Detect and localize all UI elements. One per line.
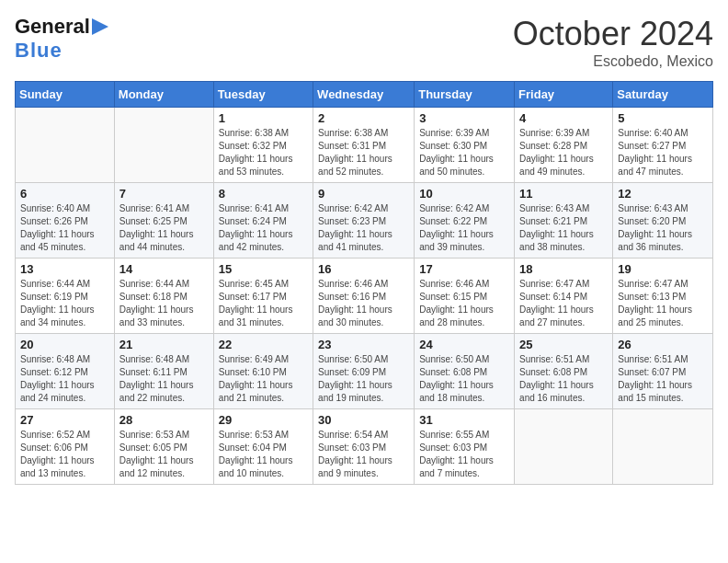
day-number: 23 bbox=[318, 338, 409, 351]
day-info: Sunrise: 6:46 AM Sunset: 6:15 PM Dayligh… bbox=[419, 278, 509, 329]
calendar-cell: 7Sunrise: 6:41 AM Sunset: 6:25 PM Daylig… bbox=[114, 183, 213, 259]
calendar-cell: 20Sunrise: 6:48 AM Sunset: 6:12 PM Dayli… bbox=[16, 334, 115, 409]
col-header-sunday: Sunday bbox=[16, 82, 115, 108]
day-number: 12 bbox=[618, 187, 708, 201]
col-header-saturday: Saturday bbox=[613, 82, 713, 108]
day-info: Sunrise: 6:46 AM Sunset: 6:16 PM Dayligh… bbox=[318, 278, 409, 329]
calendar-cell: 1Sunrise: 6:38 AM Sunset: 6:32 PM Daylig… bbox=[213, 108, 313, 183]
day-info: Sunrise: 6:47 AM Sunset: 6:13 PM Dayligh… bbox=[618, 278, 708, 329]
calendar-cell: 10Sunrise: 6:42 AM Sunset: 6:22 PM Dayli… bbox=[415, 183, 515, 259]
day-number: 29 bbox=[219, 413, 308, 427]
calendar-cell: 13Sunrise: 6:44 AM Sunset: 6:19 PM Dayli… bbox=[16, 259, 115, 334]
svg-marker-0 bbox=[92, 18, 108, 35]
day-info: Sunrise: 6:53 AM Sunset: 6:04 PM Dayligh… bbox=[219, 429, 308, 480]
day-info: Sunrise: 6:41 AM Sunset: 6:25 PM Dayligh… bbox=[119, 202, 209, 254]
calendar-cell: 15Sunrise: 6:45 AM Sunset: 6:17 PM Dayli… bbox=[213, 259, 313, 334]
calendar-cell: 30Sunrise: 6:54 AM Sunset: 6:03 PM Dayli… bbox=[313, 409, 415, 485]
day-number: 5 bbox=[618, 111, 708, 125]
day-info: Sunrise: 6:53 AM Sunset: 6:05 PM Dayligh… bbox=[119, 429, 209, 480]
logo-general: General bbox=[15, 15, 90, 39]
calendar-cell: 14Sunrise: 6:44 AM Sunset: 6:18 PM Dayli… bbox=[114, 259, 213, 334]
calendar-cell: 9Sunrise: 6:42 AM Sunset: 6:23 PM Daylig… bbox=[313, 183, 415, 259]
day-number: 18 bbox=[519, 262, 608, 276]
day-info: Sunrise: 6:38 AM Sunset: 6:31 PM Dayligh… bbox=[318, 127, 409, 178]
calendar-cell: 24Sunrise: 6:50 AM Sunset: 6:08 PM Dayli… bbox=[415, 334, 515, 409]
day-number: 26 bbox=[618, 338, 708, 351]
calendar-cell: 22Sunrise: 6:49 AM Sunset: 6:10 PM Dayli… bbox=[213, 334, 313, 409]
calendar-cell: 16Sunrise: 6:46 AM Sunset: 6:16 PM Dayli… bbox=[313, 259, 415, 334]
calendar-header-row: SundayMondayTuesdayWednesdayThursdayFrid… bbox=[16, 82, 713, 108]
calendar-cell: 6Sunrise: 6:40 AM Sunset: 6:26 PM Daylig… bbox=[16, 183, 115, 259]
day-number: 3 bbox=[419, 111, 509, 125]
calendar-cell bbox=[114, 108, 213, 183]
day-info: Sunrise: 6:40 AM Sunset: 6:26 PM Dayligh… bbox=[20, 202, 109, 254]
col-header-monday: Monday bbox=[114, 82, 213, 108]
day-number: 9 bbox=[318, 187, 409, 201]
calendar-week-2: 6Sunrise: 6:40 AM Sunset: 6:26 PM Daylig… bbox=[16, 183, 713, 259]
day-info: Sunrise: 6:45 AM Sunset: 6:17 PM Dayligh… bbox=[219, 278, 308, 329]
calendar-body: 1Sunrise: 6:38 AM Sunset: 6:32 PM Daylig… bbox=[16, 108, 713, 485]
day-number: 20 bbox=[20, 338, 109, 351]
day-info: Sunrise: 6:51 AM Sunset: 6:08 PM Dayligh… bbox=[519, 353, 608, 405]
calendar-cell: 8Sunrise: 6:41 AM Sunset: 6:24 PM Daylig… bbox=[213, 183, 313, 259]
calendar-cell: 5Sunrise: 6:40 AM Sunset: 6:27 PM Daylig… bbox=[613, 108, 713, 183]
day-number: 1 bbox=[219, 111, 308, 125]
day-number: 17 bbox=[419, 262, 509, 276]
calendar-cell: 18Sunrise: 6:47 AM Sunset: 6:14 PM Dayli… bbox=[515, 259, 613, 334]
day-number: 2 bbox=[318, 111, 409, 125]
day-info: Sunrise: 6:39 AM Sunset: 6:28 PM Dayligh… bbox=[519, 127, 608, 178]
day-number: 15 bbox=[219, 262, 308, 276]
calendar-cell: 4Sunrise: 6:39 AM Sunset: 6:28 PM Daylig… bbox=[515, 108, 613, 183]
calendar-week-4: 20Sunrise: 6:48 AM Sunset: 6:12 PM Dayli… bbox=[16, 334, 713, 409]
calendar-week-1: 1Sunrise: 6:38 AM Sunset: 6:32 PM Daylig… bbox=[16, 108, 713, 183]
calendar-cell: 21Sunrise: 6:48 AM Sunset: 6:11 PM Dayli… bbox=[114, 334, 213, 409]
day-info: Sunrise: 6:50 AM Sunset: 6:08 PM Dayligh… bbox=[419, 353, 509, 405]
day-info: Sunrise: 6:44 AM Sunset: 6:18 PM Dayligh… bbox=[119, 278, 209, 329]
day-info: Sunrise: 6:43 AM Sunset: 6:20 PM Dayligh… bbox=[618, 202, 708, 254]
location: Escobedo, Mexico bbox=[513, 53, 713, 70]
calendar-cell: 29Sunrise: 6:53 AM Sunset: 6:04 PM Dayli… bbox=[213, 409, 313, 485]
day-number: 27 bbox=[20, 413, 109, 427]
day-number: 25 bbox=[519, 338, 608, 351]
col-header-wednesday: Wednesday bbox=[313, 82, 415, 108]
day-info: Sunrise: 6:49 AM Sunset: 6:10 PM Dayligh… bbox=[219, 353, 308, 405]
calendar-cell: 2Sunrise: 6:38 AM Sunset: 6:31 PM Daylig… bbox=[313, 108, 415, 183]
day-number: 14 bbox=[119, 262, 209, 276]
day-info: Sunrise: 6:43 AM Sunset: 6:21 PM Dayligh… bbox=[519, 202, 608, 254]
calendar-cell: 3Sunrise: 6:39 AM Sunset: 6:30 PM Daylig… bbox=[415, 108, 515, 183]
page-header: General Blue October 2024 Escobedo, Mexi… bbox=[15, 15, 713, 70]
day-info: Sunrise: 6:54 AM Sunset: 6:03 PM Dayligh… bbox=[318, 429, 409, 480]
day-info: Sunrise: 6:41 AM Sunset: 6:24 PM Dayligh… bbox=[219, 202, 308, 254]
day-number: 8 bbox=[219, 187, 308, 201]
calendar-cell: 19Sunrise: 6:47 AM Sunset: 6:13 PM Dayli… bbox=[613, 259, 713, 334]
logo: General Blue bbox=[15, 15, 110, 63]
day-info: Sunrise: 6:39 AM Sunset: 6:30 PM Dayligh… bbox=[419, 127, 509, 178]
day-number: 16 bbox=[318, 262, 409, 276]
calendar-cell: 27Sunrise: 6:52 AM Sunset: 6:06 PM Dayli… bbox=[16, 409, 115, 485]
calendar-cell bbox=[613, 409, 713, 485]
day-number: 11 bbox=[519, 187, 608, 201]
title-area: October 2024 Escobedo, Mexico bbox=[513, 15, 713, 70]
logo-arrow-icon bbox=[92, 17, 110, 37]
day-info: Sunrise: 6:52 AM Sunset: 6:06 PM Dayligh… bbox=[20, 429, 109, 480]
day-info: Sunrise: 6:48 AM Sunset: 6:11 PM Dayligh… bbox=[119, 353, 209, 405]
day-number: 10 bbox=[419, 187, 509, 201]
day-info: Sunrise: 6:42 AM Sunset: 6:23 PM Dayligh… bbox=[318, 202, 409, 254]
calendar-week-3: 13Sunrise: 6:44 AM Sunset: 6:19 PM Dayli… bbox=[16, 259, 713, 334]
day-number: 31 bbox=[419, 413, 509, 427]
calendar-table: SundayMondayTuesdayWednesdayThursdayFrid… bbox=[15, 81, 713, 485]
calendar-cell: 31Sunrise: 6:55 AM Sunset: 6:03 PM Dayli… bbox=[415, 409, 515, 485]
day-info: Sunrise: 6:40 AM Sunset: 6:27 PM Dayligh… bbox=[618, 127, 708, 178]
col-header-tuesday: Tuesday bbox=[213, 82, 313, 108]
calendar-cell: 23Sunrise: 6:50 AM Sunset: 6:09 PM Dayli… bbox=[313, 334, 415, 409]
calendar-cell: 17Sunrise: 6:46 AM Sunset: 6:15 PM Dayli… bbox=[415, 259, 515, 334]
day-info: Sunrise: 6:51 AM Sunset: 6:07 PM Dayligh… bbox=[618, 353, 708, 405]
day-info: Sunrise: 6:42 AM Sunset: 6:22 PM Dayligh… bbox=[419, 202, 509, 254]
day-number: 21 bbox=[119, 338, 209, 351]
calendar-cell: 25Sunrise: 6:51 AM Sunset: 6:08 PM Dayli… bbox=[515, 334, 613, 409]
day-number: 6 bbox=[20, 187, 109, 201]
day-info: Sunrise: 6:48 AM Sunset: 6:12 PM Dayligh… bbox=[20, 353, 109, 405]
calendar-cell bbox=[515, 409, 613, 485]
calendar-week-5: 27Sunrise: 6:52 AM Sunset: 6:06 PM Dayli… bbox=[16, 409, 713, 485]
day-number: 24 bbox=[419, 338, 509, 351]
